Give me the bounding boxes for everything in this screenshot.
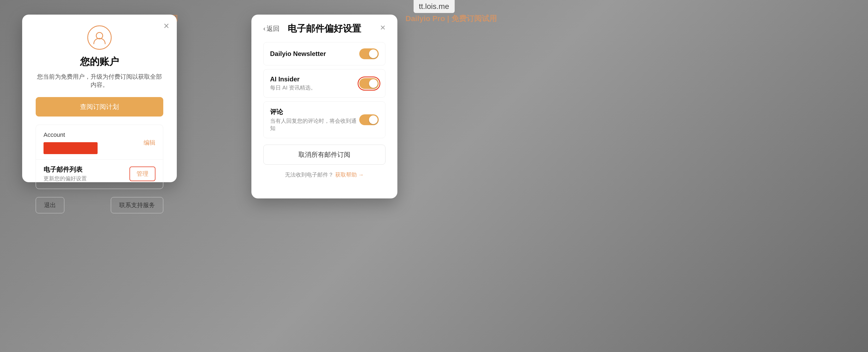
account-label: Account bbox=[43, 131, 98, 138]
dailyio-toggle[interactable] bbox=[359, 49, 379, 59]
email-list-sub: 更新您的偏好设置 bbox=[43, 175, 87, 182]
ai-insider-toggle[interactable] bbox=[359, 78, 379, 89]
cancel-all-button[interactable]: 取消所有邮件订阅 bbox=[263, 145, 385, 165]
account-email-row: Account 编辑 bbox=[43, 131, 155, 154]
email-preferences-modal: ‹ 返回 电子邮件偏好设置 × Dailyio Newsletter AI In… bbox=[251, 14, 397, 198]
email-list-row: 电子邮件列表 更新您的偏好设置 管理 bbox=[43, 165, 155, 182]
close-button[interactable]: × bbox=[380, 22, 385, 33]
comments-toggle[interactable] bbox=[359, 115, 379, 125]
toggle-slider bbox=[359, 78, 379, 89]
support-button[interactable]: 联系支持服务 bbox=[111, 197, 163, 213]
pref-sub: 每日 AI 资讯精选。 bbox=[270, 84, 316, 91]
pref-item-info: AI Insider 每日 AI 资讯精选。 bbox=[270, 75, 316, 91]
chevron-left-icon: ‹ bbox=[263, 25, 266, 32]
manage-btn-wrapper: 管理 bbox=[129, 166, 155, 181]
toggle-slider bbox=[359, 49, 379, 59]
edit-link[interactable]: 编辑 bbox=[144, 139, 155, 147]
toggle-slider bbox=[359, 115, 379, 125]
help-link[interactable]: 获取帮助 → bbox=[335, 172, 364, 178]
svg-point-0 bbox=[96, 32, 103, 39]
close-button[interactable]: × bbox=[163, 21, 169, 31]
pref-title: AI Insider bbox=[270, 75, 316, 83]
email-list-title: 电子邮件列表 bbox=[43, 165, 87, 174]
avatar-icon bbox=[87, 25, 112, 50]
email-list-info: 电子邮件列表 更新您的偏好设置 bbox=[43, 165, 87, 182]
account-modal: × 您的账户 您当前为免费用户，升级为付费订阅以获取全部内容。 查阅订阅计划 A… bbox=[22, 14, 177, 182]
email-redacted bbox=[43, 142, 98, 154]
help-text: 无法收到电子邮件？ bbox=[285, 172, 334, 178]
modal-header: ‹ 返回 电子邮件偏好设置 × bbox=[263, 24, 385, 33]
pref-item-ai-insider: AI Insider 每日 AI 资讯精选。 bbox=[263, 69, 385, 98]
modal-title: 电子邮件偏好设置 bbox=[288, 23, 361, 35]
url-bar: tt.lois.me bbox=[413, 0, 455, 13]
pref-item-info: Dailyio Newsletter bbox=[270, 50, 326, 58]
modal-footer: 退出 联系支持服务 bbox=[36, 197, 163, 213]
account-section: Account 编辑 电子邮件列表 更新您的偏好设置 管理 bbox=[36, 125, 163, 189]
help-row: 无法收到电子邮件？ 获取帮助 → bbox=[263, 171, 385, 179]
logout-button[interactable]: 退出 bbox=[36, 197, 64, 213]
pref-item-dailyio: Dailyio Newsletter bbox=[263, 42, 385, 65]
manage-link[interactable]: 管理 bbox=[132, 168, 153, 180]
pref-item-comments: 评论 当有人回复您的评论时，将会收到通知 bbox=[263, 101, 385, 138]
pref-title: 评论 bbox=[270, 107, 359, 116]
subscribe-button[interactable]: 查阅订阅计划 bbox=[36, 97, 163, 117]
bg-banner-right: Dailyio Pro | 免费订阅试用 bbox=[405, 13, 497, 24]
avatar-wrapper bbox=[36, 25, 163, 50]
pref-sub: 当有人回复您的评论时，将会收到通知 bbox=[270, 117, 359, 132]
modal-subtitle: 您当前为免费用户，升级为付费订阅以获取全部内容。 bbox=[36, 73, 163, 89]
back-label: 返回 bbox=[267, 24, 280, 33]
modal-title: 您的账户 bbox=[36, 55, 163, 68]
pref-title: Dailyio Newsletter bbox=[270, 50, 326, 58]
pref-item-info: 评论 当有人回复您的评论时，将会收到通知 bbox=[270, 107, 359, 132]
back-button[interactable]: ‹ 返回 bbox=[263, 24, 280, 33]
